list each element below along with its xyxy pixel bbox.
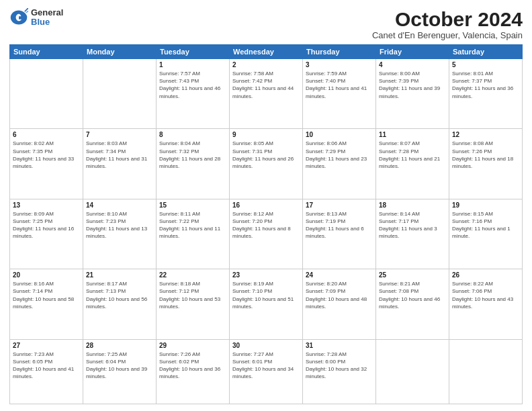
- day-number: 23: [232, 271, 300, 279]
- table-row: 11Sunrise: 8:07 AM Sunset: 7:28 PM Dayli…: [376, 129, 449, 199]
- day-info: Sunrise: 8:05 AM Sunset: 7:31 PM Dayligh…: [232, 140, 300, 170]
- table-row: 30Sunrise: 7:27 AM Sunset: 6:01 PM Dayli…: [230, 339, 303, 404]
- day-info: Sunrise: 8:04 AM Sunset: 7:32 PM Dayligh…: [159, 140, 226, 170]
- table-row: 14Sunrise: 8:10 AM Sunset: 7:23 PM Dayli…: [83, 199, 157, 269]
- table-row: 3Sunrise: 7:59 AM Sunset: 7:40 PM Daylig…: [303, 59, 376, 129]
- table-row: 27Sunrise: 7:23 AM Sunset: 6:05 PM Dayli…: [10, 339, 83, 404]
- table-row: 22Sunrise: 8:18 AM Sunset: 7:12 PM Dayli…: [157, 269, 230, 339]
- day-number: 13: [13, 201, 80, 209]
- day-number: 10: [306, 131, 373, 138]
- table-row: 31Sunrise: 7:28 AM Sunset: 6:00 PM Dayli…: [303, 339, 376, 404]
- day-info: Sunrise: 8:16 AM Sunset: 7:14 PM Dayligh…: [13, 280, 80, 310]
- calendar-week-row: 1Sunrise: 7:57 AM Sunset: 7:43 PM Daylig…: [10, 59, 523, 129]
- table-row: 5Sunrise: 8:01 AM Sunset: 7:37 PM Daylig…: [449, 59, 523, 129]
- table-row: 9Sunrise: 8:05 AM Sunset: 7:31 PM Daylig…: [230, 129, 303, 199]
- day-number: 30: [232, 342, 300, 349]
- day-info: Sunrise: 8:02 AM Sunset: 7:35 PM Dayligh…: [13, 140, 80, 170]
- day-info: Sunrise: 8:14 AM Sunset: 7:17 PM Dayligh…: [379, 210, 446, 240]
- table-row: 26Sunrise: 8:22 AM Sunset: 7:06 PM Dayli…: [449, 269, 523, 339]
- day-info: Sunrise: 8:17 AM Sunset: 7:13 PM Dayligh…: [86, 280, 153, 310]
- day-info: Sunrise: 7:23 AM Sunset: 6:05 PM Dayligh…: [13, 351, 80, 381]
- table-row: 20Sunrise: 8:16 AM Sunset: 7:14 PM Dayli…: [10, 269, 83, 339]
- day-number: 21: [86, 271, 153, 279]
- calendar-week-row: 6Sunrise: 8:02 AM Sunset: 7:35 PM Daylig…: [10, 129, 523, 199]
- table-row: 7Sunrise: 8:03 AM Sunset: 7:34 PM Daylig…: [83, 129, 157, 199]
- day-info: Sunrise: 8:20 AM Sunset: 7:09 PM Dayligh…: [306, 280, 373, 310]
- day-info: Sunrise: 8:18 AM Sunset: 7:12 PM Dayligh…: [159, 280, 226, 310]
- day-info: Sunrise: 7:28 AM Sunset: 6:00 PM Dayligh…: [306, 351, 373, 381]
- table-row: [10, 59, 83, 129]
- day-number: 14: [86, 201, 153, 209]
- day-number: 9: [232, 131, 300, 138]
- day-number: 1: [159, 61, 226, 68]
- table-row: 8Sunrise: 8:04 AM Sunset: 7:32 PM Daylig…: [157, 129, 230, 199]
- day-info: Sunrise: 7:57 AM Sunset: 7:43 PM Dayligh…: [159, 70, 226, 100]
- calendar-week-row: 20Sunrise: 8:16 AM Sunset: 7:14 PM Dayli…: [10, 269, 523, 339]
- day-number: 16: [232, 201, 300, 209]
- table-row: 28Sunrise: 7:25 AM Sunset: 6:04 PM Dayli…: [83, 339, 157, 404]
- day-info: Sunrise: 8:21 AM Sunset: 7:08 PM Dayligh…: [379, 280, 446, 310]
- calendar-table: Sunday Monday Tuesday Wednesday Thursday…: [9, 44, 523, 404]
- table-row: 12Sunrise: 8:08 AM Sunset: 7:26 PM Dayli…: [449, 129, 523, 199]
- day-number: 18: [379, 201, 446, 209]
- col-thursday: Thursday: [303, 45, 376, 59]
- day-number: 7: [86, 131, 153, 138]
- day-info: Sunrise: 8:22 AM Sunset: 7:06 PM Dayligh…: [452, 280, 519, 310]
- logo: General Blue: [9, 8, 63, 28]
- day-number: 25: [379, 271, 446, 279]
- day-info: Sunrise: 8:12 AM Sunset: 7:20 PM Dayligh…: [232, 210, 300, 240]
- table-row: 15Sunrise: 8:11 AM Sunset: 7:22 PM Dayli…: [157, 199, 230, 269]
- table-row: [376, 339, 449, 404]
- day-number: 27: [13, 342, 80, 349]
- day-number: 15: [159, 201, 226, 209]
- day-info: Sunrise: 8:06 AM Sunset: 7:29 PM Dayligh…: [306, 140, 373, 170]
- logo-blue-text: Blue: [31, 17, 63, 27]
- day-info: Sunrise: 8:03 AM Sunset: 7:34 PM Dayligh…: [86, 140, 153, 170]
- table-row: 1Sunrise: 7:57 AM Sunset: 7:43 PM Daylig…: [157, 59, 230, 129]
- col-saturday: Saturday: [449, 45, 523, 59]
- header-right: October 2024 Canet d'En Berenguer, Valen…: [372, 8, 523, 40]
- day-info: Sunrise: 8:08 AM Sunset: 7:26 PM Dayligh…: [452, 140, 519, 170]
- table-row: 23Sunrise: 8:19 AM Sunset: 7:10 PM Dayli…: [230, 269, 303, 339]
- table-row: 18Sunrise: 8:14 AM Sunset: 7:17 PM Dayli…: [376, 199, 449, 269]
- table-row: [83, 59, 157, 129]
- day-info: Sunrise: 8:15 AM Sunset: 7:16 PM Dayligh…: [452, 210, 519, 240]
- month-title: October 2024: [372, 8, 523, 30]
- day-info: Sunrise: 8:09 AM Sunset: 7:25 PM Dayligh…: [13, 210, 80, 240]
- day-info: Sunrise: 7:25 AM Sunset: 6:04 PM Dayligh…: [86, 351, 153, 381]
- logo-icon: [9, 8, 28, 27]
- calendar-week-row: 27Sunrise: 7:23 AM Sunset: 6:05 PM Dayli…: [10, 339, 523, 404]
- table-row: 24Sunrise: 8:20 AM Sunset: 7:09 PM Dayli…: [303, 269, 376, 339]
- day-number: 3: [306, 61, 373, 68]
- table-row: 13Sunrise: 8:09 AM Sunset: 7:25 PM Dayli…: [10, 199, 83, 269]
- header: General Blue October 2024 Canet d'En Ber…: [9, 8, 523, 40]
- day-info: Sunrise: 7:27 AM Sunset: 6:01 PM Dayligh…: [232, 351, 300, 381]
- table-row: 19Sunrise: 8:15 AM Sunset: 7:16 PM Dayli…: [449, 199, 523, 269]
- day-info: Sunrise: 8:19 AM Sunset: 7:10 PM Dayligh…: [232, 280, 300, 310]
- day-info: Sunrise: 8:10 AM Sunset: 7:23 PM Dayligh…: [86, 210, 153, 240]
- day-number: 5: [452, 61, 519, 68]
- logo-general-text: General: [31, 8, 63, 17]
- day-info: Sunrise: 8:11 AM Sunset: 7:22 PM Dayligh…: [159, 210, 226, 240]
- day-number: 11: [379, 131, 446, 138]
- table-row: 4Sunrise: 8:00 AM Sunset: 7:39 PM Daylig…: [376, 59, 449, 129]
- day-number: 17: [306, 201, 373, 209]
- day-number: 19: [452, 201, 519, 209]
- col-monday: Monday: [83, 45, 157, 59]
- day-number: 31: [306, 342, 373, 349]
- table-row: 21Sunrise: 8:17 AM Sunset: 7:13 PM Dayli…: [83, 269, 157, 339]
- day-number: 26: [452, 271, 519, 279]
- day-info: Sunrise: 7:58 AM Sunset: 7:42 PM Dayligh…: [232, 70, 300, 100]
- logo-text: General Blue: [31, 8, 63, 28]
- day-number: 2: [232, 61, 300, 68]
- day-info: Sunrise: 7:59 AM Sunset: 7:40 PM Dayligh…: [306, 70, 373, 100]
- table-row: [449, 339, 523, 404]
- col-friday: Friday: [376, 45, 449, 59]
- day-number: 12: [452, 131, 519, 138]
- day-info: Sunrise: 8:00 AM Sunset: 7:39 PM Dayligh…: [379, 70, 446, 100]
- table-row: 17Sunrise: 8:13 AM Sunset: 7:19 PM Dayli…: [303, 199, 376, 269]
- page: General Blue October 2024 Canet d'En Ber…: [0, 0, 532, 411]
- day-number: 28: [86, 342, 153, 349]
- table-row: 6Sunrise: 8:02 AM Sunset: 7:35 PM Daylig…: [10, 129, 83, 199]
- calendar-week-row: 13Sunrise: 8:09 AM Sunset: 7:25 PM Dayli…: [10, 199, 523, 269]
